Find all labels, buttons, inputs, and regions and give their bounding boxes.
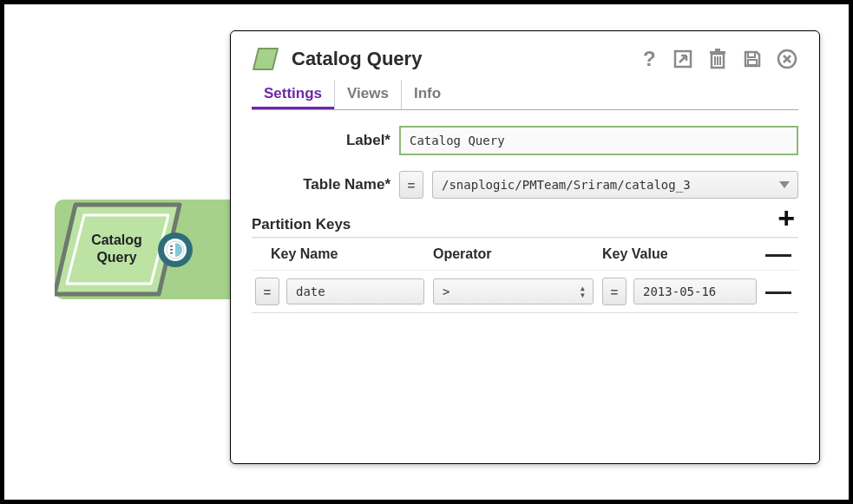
svg-rect-5 — [170, 252, 173, 254]
save-icon[interactable] — [741, 48, 764, 70]
export-icon[interactable] — [672, 48, 694, 70]
svg-rect-3 — [170, 245, 173, 247]
add-partition-key-button[interactable]: + — [778, 206, 795, 230]
key-value-input[interactable]: 2013-05-16 — [633, 278, 757, 304]
svg-marker-15 — [779, 181, 790, 188]
svg-text:?: ? — [643, 49, 656, 69]
tab-info[interactable]: Info — [402, 80, 453, 109]
svg-rect-4 — [170, 249, 173, 251]
tab-views[interactable]: Views — [335, 80, 402, 109]
field-label-tablename: Table Name* — [252, 176, 390, 193]
snap-output-port[interactable] — [158, 232, 193, 267]
chevron-down-icon — [778, 178, 791, 192]
table-name-value: /snaplogic/PMTeam/Sriram/catalog_3 — [442, 178, 691, 192]
expression-toggle-button[interactable]: = — [255, 278, 279, 305]
label-input[interactable] — [399, 126, 798, 155]
snap-settings-dialog: Catalog Query ? Settings Views Info Lab — [230, 30, 820, 464]
help-icon[interactable]: ? — [637, 48, 659, 70]
column-header-operator: Operator — [433, 246, 594, 262]
field-label-label: Label* — [252, 132, 390, 149]
dialog-title: Catalog Query — [292, 48, 625, 70]
snap-type-icon — [252, 47, 279, 71]
svg-rect-11 — [715, 49, 720, 51]
expression-toggle-button[interactable]: = — [602, 278, 627, 305]
svg-rect-10 — [710, 51, 725, 54]
column-header-key-name: Key Name — [255, 246, 424, 262]
table-name-dropdown[interactable]: /snaplogic/PMTeam/Sriram/catalog_3 — [432, 171, 798, 199]
key-name-input[interactable]: date — [286, 278, 424, 304]
expression-toggle-button[interactable]: = — [399, 171, 423, 199]
operator-select[interactable]: > ▴▾ — [433, 278, 594, 304]
stepper-icon: ▴▾ — [580, 285, 586, 298]
remove-partition-key-button[interactable]: — — [765, 283, 791, 300]
svg-rect-12 — [748, 52, 755, 57]
output-port-icon — [166, 240, 185, 259]
column-header-key-value: Key Value — [602, 246, 757, 262]
remove-header-icon: — — [765, 245, 791, 263]
tab-settings[interactable]: Settings — [252, 80, 335, 109]
svg-marker-6 — [253, 49, 278, 69]
trash-icon[interactable] — [706, 48, 729, 70]
close-icon[interactable] — [776, 48, 798, 70]
svg-rect-13 — [748, 60, 757, 65]
